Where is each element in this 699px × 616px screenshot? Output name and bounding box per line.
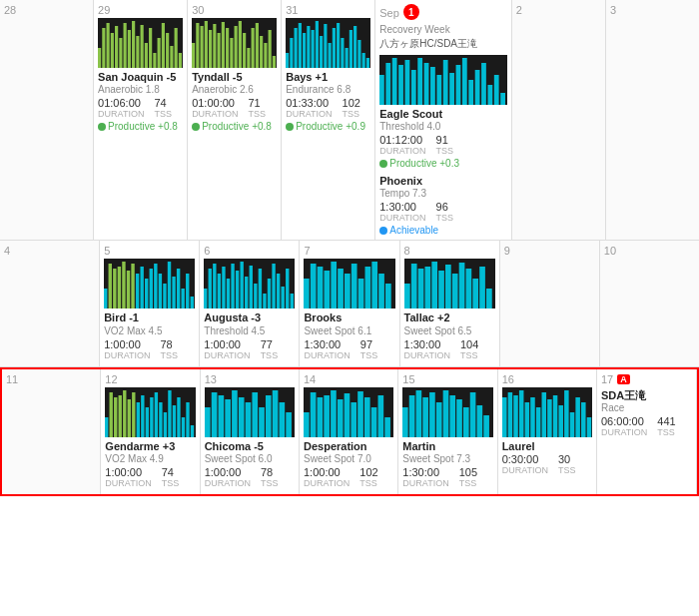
workout-chart [98, 18, 183, 68]
svg-rect-106 [232, 264, 235, 308]
svg-rect-196 [429, 392, 435, 437]
duration-label: DURATION [379, 146, 425, 156]
svg-rect-157 [155, 392, 158, 437]
day-number: 14 [304, 373, 393, 385]
productive-badge: Productive +0.3 [379, 158, 507, 169]
svg-rect-17 [170, 46, 173, 68]
svg-rect-81 [109, 264, 112, 308]
day-number: 11 [6, 373, 96, 385]
duration-value: 1:30:00 [379, 201, 425, 213]
svg-rect-14 [158, 38, 161, 68]
svg-rect-27 [222, 22, 225, 68]
duration-label: DURATION [204, 350, 250, 360]
workout-name[interactable]: Brooks [304, 311, 394, 324]
tss-group: 74 TSS [162, 466, 180, 488]
svg-rect-30 [235, 26, 238, 68]
svg-rect-124 [332, 262, 338, 308]
workout-name[interactable]: Tyndall -5 [192, 71, 277, 84]
workout-stats: 01:06:00 DURATION 74 TSS [98, 97, 183, 119]
race-stats: 06:00:00 DURATION 441 TSS [601, 415, 692, 437]
day-16: 16 [498, 369, 597, 494]
svg-rect-170 [232, 390, 238, 437]
duration-value: 1:30:00 [404, 338, 450, 350]
day-13: 13 Chicoma -5 [201, 369, 300, 494]
svg-rect-149 [119, 395, 122, 437]
tss-label: TSS [343, 109, 360, 119]
workout-name[interactable]: Bays +1 [286, 71, 370, 84]
workout-stats: 1:30:00 DURATION 97 TSS [304, 338, 394, 360]
svg-rect-12 [149, 28, 152, 68]
svg-rect-173 [252, 392, 258, 437]
day-number: 8 [404, 245, 495, 257]
svg-rect-205 [502, 397, 507, 437]
svg-rect-75 [475, 70, 480, 105]
svg-rect-82 [113, 269, 116, 308]
svg-rect-113 [264, 294, 267, 308]
svg-rect-145 [486, 289, 492, 308]
tss-value: 102 [359, 466, 377, 478]
svg-rect-167 [211, 392, 217, 437]
workout-type: Sweet Spot 7.3 [402, 453, 492, 464]
svg-rect-102 [213, 264, 216, 308]
svg-rect-47 [316, 21, 319, 68]
svg-rect-107 [236, 271, 239, 308]
duration-value: 1:00:00 [204, 338, 250, 350]
svg-rect-150 [123, 390, 126, 437]
workout-name[interactable]: Desperation [304, 440, 393, 453]
workout-name[interactable]: Martin [402, 440, 492, 453]
svg-rect-99 [191, 297, 194, 308]
day-number: 29 [98, 4, 183, 16]
svg-rect-104 [223, 267, 226, 308]
workout-name[interactable]: Gendarme +3 [105, 440, 195, 453]
day-number: 13 [205, 373, 295, 385]
workout-name[interactable]: Chicoma -5 [205, 440, 295, 453]
phoenix-name[interactable]: Phoenix [379, 175, 507, 188]
eagle-scout-type: Threshold 4.0 [379, 121, 507, 132]
tss-label: TSS [436, 213, 454, 223]
svg-rect-117 [282, 287, 285, 308]
day-15: 15 Martin Swe [398, 369, 497, 494]
svg-rect-137 [431, 262, 437, 308]
svg-rect-122 [318, 267, 324, 308]
eagle-scout-name[interactable]: Eagle Scout [379, 108, 507, 121]
svg-rect-97 [182, 289, 185, 308]
svg-rect-209 [524, 402, 529, 437]
month-label: Sep [379, 7, 399, 19]
day-2: 2 [512, 0, 606, 240]
svg-rect-180 [311, 392, 317, 437]
race-name[interactable]: SDA王滝 [601, 389, 692, 402]
tss-group: 30 TSS [558, 453, 576, 475]
workout-name[interactable]: Tallac +2 [404, 311, 495, 324]
week-row-3: 11 12 [0, 367, 699, 496]
tss-group: 96 TSS [436, 201, 454, 223]
svg-rect-7 [128, 30, 131, 68]
workout-type: VO2 Max 4.9 [105, 453, 195, 464]
duration-label: DURATION [304, 350, 350, 360]
workout-name[interactable]: Laurel [502, 440, 592, 453]
duration-group: 1:00:00 DURATION [204, 338, 250, 360]
tss-group: 441 TSS [657, 415, 675, 437]
day-number: 15 [402, 373, 492, 385]
japanese-label: 八方ヶ原HC/SDA王滝 [379, 37, 507, 51]
workout-name[interactable]: Augusta -3 [204, 311, 295, 324]
workout-name[interactable]: Bird -1 [104, 311, 195, 324]
workout-name[interactable]: San Joaquin -5 [98, 71, 183, 84]
svg-rect-204 [484, 415, 490, 437]
svg-rect-216 [564, 390, 569, 437]
svg-rect-210 [530, 397, 535, 437]
workout-chart [105, 387, 195, 437]
svg-rect-161 [173, 405, 176, 437]
svg-rect-144 [479, 267, 485, 308]
svg-rect-5 [119, 38, 122, 68]
svg-rect-120 [304, 279, 310, 308]
svg-rect-168 [218, 395, 224, 437]
svg-rect-40 [286, 53, 289, 68]
svg-rect-37 [264, 43, 267, 68]
svg-rect-185 [345, 393, 350, 437]
svg-rect-132 [385, 284, 391, 308]
duration-group: 01:12:00 DURATION [379, 134, 425, 156]
workout-chart [304, 259, 394, 308]
svg-rect-155 [146, 407, 149, 437]
svg-rect-18 [175, 28, 178, 68]
tss-group: 77 TSS [261, 338, 279, 360]
